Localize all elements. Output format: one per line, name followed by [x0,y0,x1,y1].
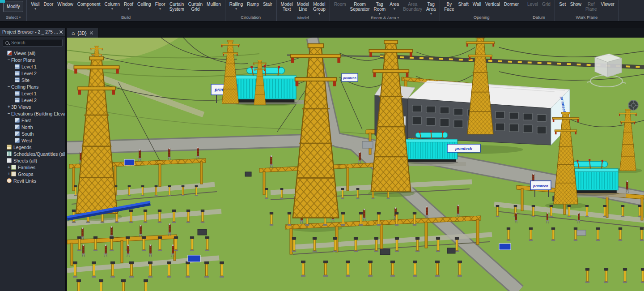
ribbon-panel-work-plane: Set Show RefPlane Viewer Work Plane [555,0,619,21]
wall-button[interactable]: Wall▾ [29,0,41,10]
ceiling-plan-icon [15,98,20,103]
panel-label-circulation: Circulation [225,14,276,21]
chevron-down-icon: ▾ [430,12,432,15]
component-button[interactable]: Component▾ [76,0,102,10]
tree-item-north[interactable]: North [0,124,65,130]
tag-area-button[interactable]: TagArea▾ [424,0,437,15]
primtech-sign: primtech [447,144,480,152]
model-group-button[interactable]: ModelGroup▾ [311,0,327,15]
project-browser-header: Project Browser - 2 _ 275 kV _ E... [0,28,65,37]
chevron-down-icon: ▾ [379,12,381,15]
tree-item-revit-links[interactable]: Revit Links [0,177,65,184]
ceiling-button[interactable]: Ceiling [136,0,153,7]
model-line-button[interactable]: ModelLine [295,0,311,12]
grid-button[interactable]: Grid [540,0,552,7]
wall-opening-button[interactable]: Wall [471,0,483,7]
tree-item-sheets[interactable]: Sheets (all) [0,157,65,164]
ribbon-panel-build: Wall▾ Door Window Component▾ Column▾ Roo… [27,0,225,21]
floor-button[interactable]: Floor▾ [153,0,167,10]
area-button[interactable]: Area▾ [388,0,401,10]
expander-plus-icon[interactable]: + [7,104,11,109]
viewer-button[interactable]: Viewer [599,0,616,7]
search-input[interactable] [11,40,60,45]
curtain-grid-button[interactable]: CurtainGrid [186,0,204,12]
window-button[interactable]: Window [55,0,75,7]
tree-item-south[interactable]: South [0,130,65,137]
floor-plan-icon [15,64,20,69]
app-icon-fragment [0,0,5,3]
column-button[interactable]: Column▾ [103,0,122,10]
tree-item-legends[interactable]: Legends [0,144,65,150]
tree-item-views-all[interactable]: Views (all) [0,50,65,56]
stair-button[interactable]: Stair [261,0,274,7]
browser-tree: Views (all) −Floor Plans Level 1 Level 2… [0,49,65,291]
area-boundary-button[interactable]: AreaBoundary [401,0,424,12]
sheets-icon [7,158,12,163]
view-tab-strip: ⌂ {3D} [67,28,644,38]
panel-label-opening: Opening [440,14,523,21]
ref-plane-button[interactable]: RefPlane [584,0,599,12]
close-icon[interactable] [59,30,63,34]
panel-label-select[interactable]: Select▾ [0,14,26,21]
tree-item-ceiling-level-2[interactable]: Level 2 [0,97,65,103]
chevron-down-icon: ▾ [159,7,161,10]
set-button[interactable]: Set [557,0,568,7]
chevron-down-icon: ▾ [88,7,90,10]
curtain-system-button[interactable]: CurtainSystem [167,0,186,12]
panel-label-datum: Datum [523,14,555,21]
tree-item-level-2[interactable]: Level 2 [0,70,65,77]
legends-icon [7,145,12,150]
svg-text:primtech: primtech [533,184,548,188]
panel-label-room-area[interactable]: Room & Area▾ [330,15,440,21]
tree-item-ceiling-level-1[interactable]: Level 1 [0,90,65,97]
tree-item-level-1[interactable]: Level 1 [0,63,65,70]
tree-item-floor-plans[interactable]: −Floor Plans [0,56,65,63]
tree-item-west[interactable]: West [0,137,65,144]
chevron-down-icon: ▾ [235,7,237,10]
opening-by-face-button[interactable]: ByFace [442,0,456,12]
svg-text:primtech: primtech [343,77,356,80]
3d-view-canvas[interactable]: primtech primtech primtech [67,38,644,291]
level-button[interactable]: Level [525,0,540,7]
tab-3d-view[interactable]: ⌂ {3D} [67,28,98,38]
expander-minus-icon[interactable]: − [7,111,11,116]
room-button[interactable]: Room [332,0,348,7]
tag-room-button[interactable]: TagRoom▾ [372,0,387,15]
tree-item-groups[interactable]: +Groups [0,171,65,177]
dormer-button[interactable]: Dormer [502,0,521,7]
tree-item-east[interactable]: East [0,117,65,124]
roof-button[interactable]: Roof▾ [122,0,135,10]
ramp-button[interactable]: Ramp [245,0,261,7]
tree-item-families[interactable]: +Families [0,164,65,171]
elevation-icon [15,131,20,136]
expander-plus-icon[interactable]: + [7,171,11,176]
mullion-button[interactable]: Mullion [205,0,223,7]
revit-links-icon [7,178,12,183]
views-icon [7,51,12,56]
elevation-icon [15,124,20,129]
tree-item-site[interactable]: Site [0,77,65,83]
expander-minus-icon[interactable]: − [7,57,11,62]
steering-wheel-icon[interactable] [628,100,638,110]
room-separator-button[interactable]: RoomSeparator [348,0,372,12]
model-text-button[interactable]: ModelText [279,0,295,12]
modify-button[interactable]: Modify [3,1,23,12]
chevron-down-icon: ▾ [318,12,320,15]
expander-minus-icon[interactable]: − [7,84,11,89]
ribbon: Modify Select▾ Wall▾ Door Window Compone… [0,0,644,21]
show-button[interactable]: Show [568,0,583,7]
expander-plus-icon[interactable]: + [7,165,11,170]
tree-item-ceiling-plans[interactable]: −Ceiling Plans [0,83,65,90]
railing-button[interactable]: Railing▾ [228,0,245,10]
groups-icon [11,171,16,176]
close-tab-icon[interactable] [89,31,93,35]
vertical-opening-button[interactable]: Vertical [483,0,502,7]
door-button[interactable]: Door [42,0,55,7]
tree-item-3d-views[interactable]: +3D Views [0,103,65,110]
schedules-icon [7,151,12,156]
tree-item-elevations[interactable]: −Elevations (Building Elevation) [0,110,65,117]
home-view-icon: ⌂ [72,30,75,36]
tree-item-schedules[interactable]: Schedules/Quantities (all) [0,150,65,157]
shaft-button[interactable]: Shaft [456,0,470,7]
ribbon-filler [619,0,644,21]
